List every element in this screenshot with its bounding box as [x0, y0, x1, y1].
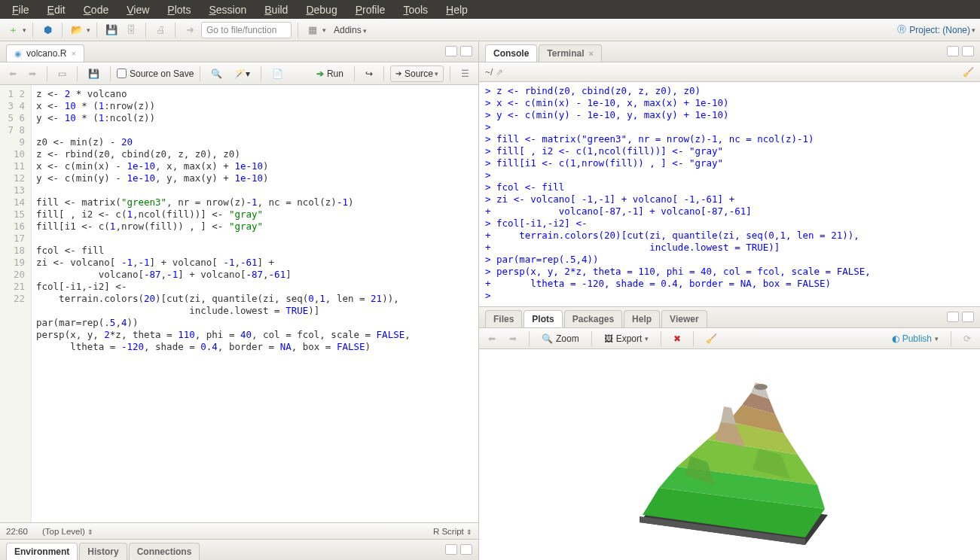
source-tab-label: volcano.R	[26, 48, 66, 59]
tab-viewer[interactable]: Viewer	[661, 310, 707, 327]
minimize-pane-icon[interactable]	[445, 46, 457, 56]
close-terminal-icon[interactable]: ×	[588, 49, 593, 58]
tab-plots[interactable]: Plots	[524, 310, 562, 327]
tab-console[interactable]: Console	[485, 44, 537, 62]
project-selector[interactable]: Ⓡ Project: (None) ▾	[897, 23, 975, 36]
tab-files[interactable]: Files	[485, 310, 522, 327]
source-tab-volcano[interactable]: ◉ volcano.R ×	[6, 44, 84, 62]
plot-prev-icon[interactable]: ⬅	[484, 330, 500, 347]
close-tab-icon[interactable]: ×	[71, 49, 75, 58]
back-icon[interactable]: ⬅	[5, 65, 21, 82]
source-button[interactable]: ➔ Source ▾	[390, 65, 444, 82]
outline-icon[interactable]: ☰	[456, 65, 474, 82]
language-selector[interactable]: R Script ⇕	[433, 527, 472, 536]
refresh-plot-icon[interactable]: ⟳	[959, 330, 975, 347]
cursor-position: 22:60	[6, 527, 42, 536]
open-recent-dropdown[interactable]: ▾	[87, 26, 90, 34]
menu-plots[interactable]: Plots	[158, 2, 200, 18]
plot-canvas	[479, 349, 980, 560]
editor-statusbar: 22:60 (Top Level) ⇕ R Script ⇕	[0, 522, 478, 539]
editor-toolbar: ⬅ ➡ ▭ 💾 Source on Save 🔍 🪄▾ 📄 ➔ Run ↪ ➔ …	[0, 62, 478, 85]
maximize-console-icon[interactable]	[962, 46, 974, 56]
console-pane-tabs: Console Terminal ×	[479, 41, 980, 62]
minimize-plots-icon[interactable]	[947, 312, 959, 322]
compile-report-icon[interactable]: 📄	[267, 65, 288, 82]
r-project-icon: Ⓡ	[897, 23, 906, 36]
rerun-icon[interactable]: ↪	[361, 65, 377, 82]
run-button[interactable]: ➔ Run	[312, 65, 348, 82]
save-all-icon[interactable]: 🗄	[123, 22, 139, 38]
environment-pane-tabs: Environment History Connections	[0, 539, 478, 560]
code-tools-icon[interactable]: 🪄▾	[230, 65, 255, 82]
save-icon[interactable]: 💾	[103, 22, 120, 38]
menu-help[interactable]: Help	[437, 2, 477, 18]
scope-selector[interactable]: (Top Level) ⇕	[42, 527, 433, 536]
console-toolbar: ~/ ⇗ 🧹	[479, 62, 980, 82]
export-button[interactable]: 🖼 Export	[600, 330, 654, 347]
forward-icon[interactable]: ➡	[24, 65, 41, 82]
open-file-icon[interactable]: 📂	[69, 22, 85, 38]
menu-file[interactable]: File	[3, 2, 38, 18]
tab-environment[interactable]: Environment	[6, 543, 78, 560]
volcano-plot-image	[594, 349, 866, 560]
r-file-icon: ◉	[14, 49, 22, 59]
source-pane-tabs: ◉ volcano.R ×	[0, 41, 478, 62]
goto-file-function-input[interactable]: Go to file/function	[201, 22, 292, 38]
project-label: Project: (None)	[909, 25, 970, 35]
maximize-pane-icon[interactable]	[460, 46, 472, 56]
maximize-plots-icon[interactable]	[962, 312, 974, 322]
menu-code[interactable]: Code	[75, 2, 118, 18]
menu-debug[interactable]: Debug	[297, 2, 346, 18]
grid-icon[interactable]: ▦	[304, 22, 321, 38]
menu-profile[interactable]: Profile	[347, 2, 395, 18]
menu-build[interactable]: Build	[255, 2, 297, 18]
menu-tools[interactable]: Tools	[394, 2, 437, 18]
remove-plot-icon[interactable]: ✖	[669, 330, 685, 347]
tab-terminal[interactable]: Terminal ×	[539, 44, 602, 62]
minimize-console-icon[interactable]	[947, 46, 959, 56]
tab-connections[interactable]: Connections	[129, 543, 200, 560]
zoom-button[interactable]: 🔍 Zoom	[537, 330, 584, 347]
console-cwd: ~/	[485, 67, 493, 78]
new-file-icon[interactable]: ＋	[5, 22, 21, 38]
plots-toolbar: ⬅ ➡ 🔍 Zoom 🖼 Export ✖ 🧹 ◐ Publish ⟳	[479, 328, 980, 349]
minimize-env-pane-icon[interactable]	[445, 544, 457, 555]
console-output[interactable]: > z <- rbind(z0, cbind(z0, z, z0), z0) >…	[479, 82, 980, 306]
svg-point-13	[754, 384, 768, 390]
find-replace-icon[interactable]: 🔍	[206, 65, 227, 82]
clear-plots-icon[interactable]: 🧹	[701, 330, 722, 347]
source-on-save-checkbox[interactable]: Source on Save	[117, 68, 194, 79]
maximize-env-pane-icon[interactable]	[460, 544, 472, 555]
tab-packages[interactable]: Packages	[564, 310, 622, 327]
console-cwd-popout-icon[interactable]: ⇗	[496, 67, 503, 78]
line-number-gutter: 1 2 3 4 5 6 7 8 9 10 11 12 13 14 15 16 1…	[0, 85, 32, 522]
new-project-icon[interactable]: ⬢	[39, 22, 56, 38]
clear-console-icon[interactable]: 🧹	[963, 67, 974, 78]
menu-view[interactable]: View	[118, 2, 158, 18]
show-in-new-window-icon[interactable]: ▭	[53, 65, 71, 82]
code-area[interactable]: z <- 2 * volcano x <- 10 * (1:nrow(z)) y…	[32, 85, 478, 522]
menu-session[interactable]: Session	[200, 2, 255, 18]
print-icon[interactable]: 🖨	[152, 22, 169, 38]
menubar: File Edit Code View Plots Session Build …	[0, 0, 980, 19]
goto-icon[interactable]: ➜	[182, 22, 198, 38]
publish-button[interactable]: ◐ Publish	[887, 330, 943, 347]
tab-help[interactable]: Help	[624, 310, 660, 327]
main-toolbar: ＋▾ ⬢ 📂▾ 💾 🗄 🖨 ➜ Go to file/function ▦▾ A…	[0, 19, 980, 41]
menu-edit[interactable]: Edit	[38, 2, 75, 18]
plots-pane-tabs: Files Plots Packages Help Viewer	[479, 307, 980, 328]
new-file-dropdown[interactable]: ▾	[23, 26, 26, 34]
plot-next-icon[interactable]: ➡	[505, 330, 521, 347]
addins-dropdown[interactable]: Addins	[329, 25, 371, 35]
save-file-icon[interactable]: 💾	[84, 65, 104, 82]
tab-history[interactable]: History	[79, 543, 127, 560]
editor-body[interactable]: 1 2 3 4 5 6 7 8 9 10 11 12 13 14 15 16 1…	[0, 85, 478, 522]
